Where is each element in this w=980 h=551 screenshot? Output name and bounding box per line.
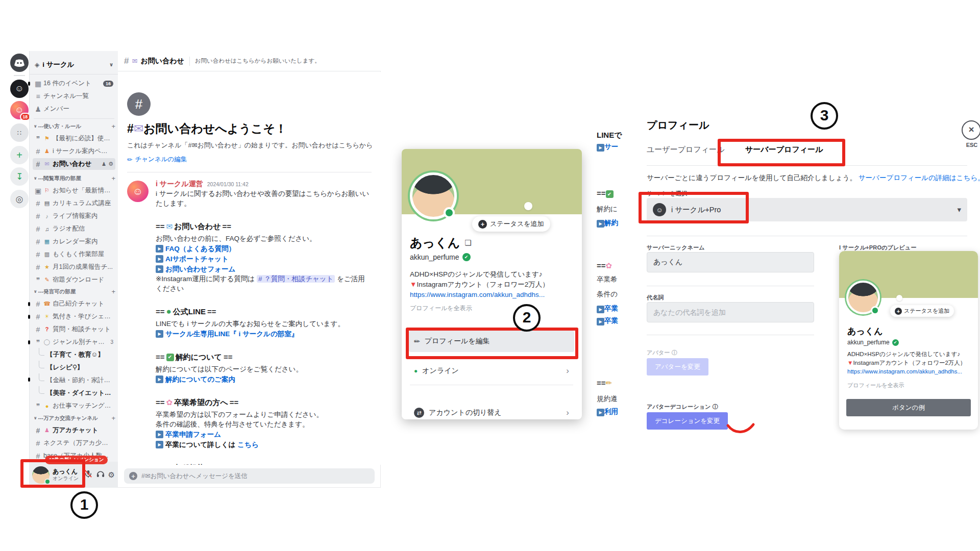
link-line[interactable]: ▶サークル生専用LINE『 i サークルの部室』 <box>156 329 372 339</box>
new-mentions-badge[interactable]: 18件の新しいメンション <box>45 456 108 464</box>
example-button[interactable]: ボタンの例 <box>846 399 971 416</box>
add-status-button[interactable]: + ステータスを追加 <box>890 305 954 317</box>
gear-icon[interactable]: ⚙ <box>108 161 113 167</box>
sidebar-item-members[interactable]: ♟ メンバー <box>33 103 115 115</box>
chevron-down-icon: ∨ <box>109 62 113 67</box>
channel-guide-page[interactable]: # ♟ i サークル案内ページ <box>33 145 115 157</box>
nickname-input[interactable] <box>647 252 814 272</box>
link-graduate-form[interactable]: ▶卒業申請フォーム <box>156 430 372 439</box>
channel-calendar[interactable]: # ▦ カレンダー案内 <box>33 236 115 247</box>
link-cancel-guide[interactable]: ▶解約についてのご案内 <box>156 374 372 384</box>
channel-curriculum[interactable]: # ▤ カリキュラム式講座 <box>33 197 115 209</box>
invite-icon[interactable]: ♟ <box>102 161 106 167</box>
person-icon: ♟ <box>43 427 51 434</box>
thread-tree-line <box>39 361 44 368</box>
avatar[interactable]: ☺ <box>127 181 149 202</box>
hash-icon: # <box>35 225 41 233</box>
edit-channel-link[interactable]: ✏ チャンネルの編集 <box>127 155 372 164</box>
pronoun-input[interactable] <box>647 302 814 322</box>
mic-icon: ♪ <box>43 213 51 219</box>
change-avatar-button[interactable]: アバターを変更 <box>647 358 708 375</box>
channel-homework[interactable]: ❞ ✎ 宿題ダウンロード <box>33 274 115 286</box>
switch-account-menu[interactable]: ⇄ アカウントの切り替え › <box>409 402 574 419</box>
tab-user-profile[interactable]: ユーザープロフィール <box>647 145 724 155</box>
channel-job-matching[interactable]: ❞ ● お仕事マッチングチ... <box>33 400 115 412</box>
discord-home-icon[interactable] <box>10 54 29 72</box>
server-profile-detail-link[interactable]: サーバープロフィールの詳細はこちら。 <box>859 174 980 182</box>
tab-server-profile[interactable]: サーバープロフィール <box>745 145 823 155</box>
thread-childcare[interactable]: 【子育て・教育☺】 <box>33 349 115 361</box>
channel-live-info[interactable]: # ♪ ライブ情報案内 <box>33 210 115 222</box>
channel-self-intro[interactable]: # ☎ 自己紹介チャット <box>33 298 115 310</box>
channel-nexte[interactable]: # ネクステ（万アカ少人... <box>33 437 115 449</box>
sidebar-item-events[interactable]: ▦ 16 件のイベント 16 <box>33 78 115 89</box>
online-status-menu[interactable]: ● オンライン › <box>409 360 574 382</box>
link-graduate-detail[interactable]: ▶卒業について詳しくはこちら <box>156 440 372 449</box>
link-ai-support[interactable]: ▶AIサポートチャット <box>156 254 372 264</box>
category-speakable[interactable]: ∨---発言可の部屋 + <box>34 288 115 295</box>
pencil-icon: ✏ <box>127 156 132 163</box>
explore-servers-button[interactable]: ◎ <box>10 190 29 208</box>
thread-finance[interactable]: 【金融・節約・家計管...】 <box>33 374 115 386</box>
attach-plus-icon[interactable]: + <box>129 472 137 480</box>
list-icon: ≡ <box>35 92 41 101</box>
hash-icon: # <box>35 439 41 447</box>
thread-recipe[interactable]: 【レシピ⚲】 <box>33 362 115 373</box>
instagram-link[interactable]: https://www.instagram.com/akkun_adhdhs..… <box>410 290 549 300</box>
decoration-dot <box>896 295 902 301</box>
change-decoration-button[interactable]: デコレーションを変更 <box>647 412 728 430</box>
channel-monthly-report[interactable]: # ★ 月1回の成果報告チ... <box>33 261 115 273</box>
category-readonly[interactable]: ∨---閲覧専用の部屋 + <box>34 174 115 182</box>
chat-fragment: 規約遵 <box>597 394 618 404</box>
form-divider <box>647 236 967 236</box>
server-header[interactable]: ◈ i サークル ∨ <box>30 55 118 74</box>
category-man-aka[interactable]: ∨---万アカ交流チャンネル + <box>34 414 115 422</box>
copy-icon[interactable]: ❏ <box>464 238 471 247</box>
chat-fragment: 卒業希 <box>597 275 618 284</box>
channel-contact[interactable]: # ✉ お問い合わせ ♟ ⚙ <box>33 158 115 170</box>
show-full-profile-link: プロフィールを全表示 <box>847 382 904 389</box>
thread-beauty[interactable]: 【美容・ダイエット・...】 <box>33 387 115 399</box>
add-channel-icon[interactable]: + <box>111 288 115 295</box>
user-bar[interactable]: あっくん オンライン ⚙ <box>29 462 118 488</box>
mic-muted-icon[interactable] <box>84 469 92 480</box>
channel-work-room[interactable]: # ▥ もくもく作業部屋 <box>33 248 115 260</box>
profile-popup: + ステータスを追加 あっくん ❏ akkun_perfume ✔ ADHD×H… <box>402 149 582 419</box>
channel-questions[interactable]: # ？ 質問・相談チャット <box>33 323 115 335</box>
close-settings[interactable]: × ESC <box>962 120 980 148</box>
message-author[interactable]: i サークル運営 <box>156 180 203 189</box>
close-icon[interactable]: × <box>962 120 980 140</box>
channel-man-aka-chat[interactable]: # ♟ 万アカチャット <box>33 424 115 436</box>
preview-name: あっくん <box>847 325 883 337</box>
add-channel-icon[interactable]: + <box>111 414 115 422</box>
add-status-button[interactable]: + ステータスを追加 <box>472 216 550 232</box>
add-channel-icon[interactable]: + <box>111 122 115 130</box>
instagram-link[interactable]: https://www.instagram.com/akkun_adhdhs..… <box>847 367 966 376</box>
channel-news[interactable]: ▣ ⚐ お知らせ「最新情報」 <box>33 185 115 196</box>
link-faq[interactable]: ▶FAQ（よくある質問） <box>156 244 372 254</box>
sidebar-item-channel-list[interactable]: ≡ チャンネル一覧 <box>33 90 115 102</box>
channel-radio[interactable]: # ♫ ラジオ配信 <box>33 223 115 235</box>
download-apps-button[interactable]: ↧ <box>10 167 29 186</box>
channel-topic[interactable]: お問い合わせはこちらからお願いいたします。 <box>195 57 375 65</box>
add-server-button[interactable]: + <box>10 146 29 164</box>
avatar[interactable] <box>32 466 50 484</box>
gear-icon[interactable]: ⚙ <box>108 470 115 480</box>
add-channel-icon[interactable]: + <box>111 174 115 182</box>
channel-learning-share[interactable]: # ☀ 気付き・学びシェア... <box>33 311 115 322</box>
server-select-dropdown[interactable]: ☺ i サークル+Pro ▾ <box>647 198 967 221</box>
server-icon-folder[interactable]: ∷ <box>10 123 29 142</box>
channel-genre-chat[interactable]: ❞ ◯ ジャンル別チャッ... 3 <box>33 336 115 348</box>
headphones-icon[interactable] <box>96 469 105 480</box>
link-contact-form[interactable]: ▶お問い合わせフォーム <box>156 264 372 274</box>
show-full-profile-link[interactable]: プロフィールを全表示 <box>410 304 472 313</box>
channel-mention[interactable]: # ？質問・相談チャット <box>257 275 335 283</box>
server-icon-icircle[interactable]: ☺ 18 <box>10 101 29 119</box>
category-rules[interactable]: ∨---使い方・ルール + <box>34 122 115 130</box>
channel-first-read[interactable]: ❞ ⚑ 【最初に必読】使い... <box>33 133 115 144</box>
edit-profile-button[interactable]: ✏ プロフィールを編集 <box>409 331 574 352</box>
person-icon: ♟ <box>43 148 51 155</box>
server-icon-circle[interactable]: ☺ <box>10 80 29 98</box>
play-bullet-icon: ▶ <box>156 245 163 253</box>
message-input[interactable]: + #✉お問い合わせへメッセージを送信 <box>124 468 375 484</box>
